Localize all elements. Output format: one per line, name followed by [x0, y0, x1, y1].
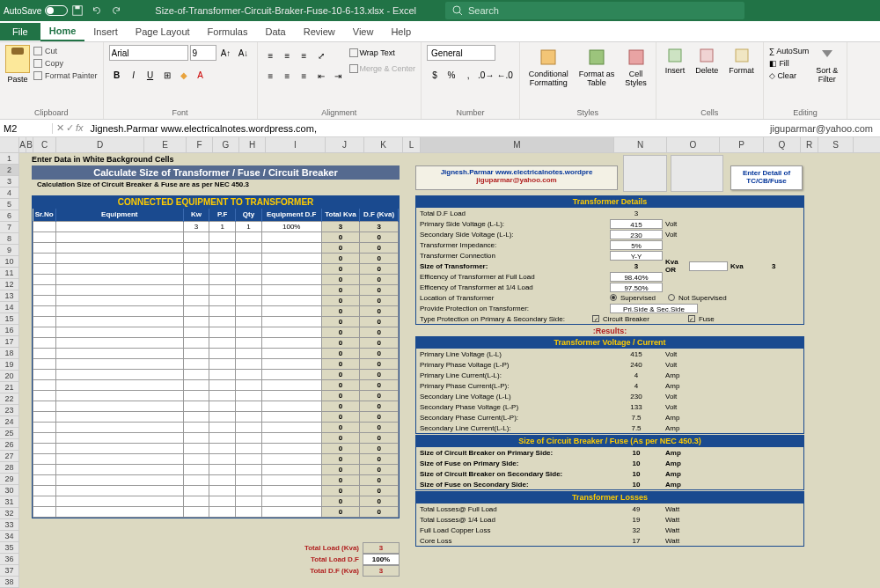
- table-cell[interactable]: [183, 316, 209, 327]
- table-cell[interactable]: [33, 506, 56, 517]
- table-cell[interactable]: [209, 506, 236, 517]
- table-cell[interactable]: [209, 232, 236, 242]
- table-cell[interactable]: [209, 369, 236, 379]
- table-cell[interactable]: [261, 305, 321, 316]
- table-cell[interactable]: [261, 401, 321, 411]
- table-cell[interactable]: [183, 390, 209, 401]
- table-cell[interactable]: [236, 253, 262, 263]
- table-cell[interactable]: [183, 379, 209, 390]
- table-cell[interactable]: [55, 295, 183, 305]
- table-cell[interactable]: [55, 253, 183, 263]
- table-cell[interactable]: [209, 379, 236, 390]
- enter-icon[interactable]: ✓: [66, 122, 74, 134]
- col-header[interactable]: N: [614, 137, 667, 152]
- comma-button[interactable]: ,: [460, 67, 476, 83]
- row-header[interactable]: 12: [0, 279, 19, 290]
- decrease-decimal-button[interactable]: ←.0: [495, 67, 513, 83]
- table-cell[interactable]: 100%: [261, 221, 321, 232]
- italic-button[interactable]: I: [126, 67, 142, 83]
- fuse-checkbox[interactable]: ✓: [688, 315, 695, 322]
- table-cell[interactable]: [33, 274, 56, 284]
- table-cell[interactable]: [55, 453, 183, 464]
- table-cell[interactable]: [183, 358, 209, 369]
- col-header[interactable]: P: [720, 137, 764, 152]
- row-header[interactable]: 32: [0, 508, 19, 519]
- table-cell[interactable]: [33, 284, 56, 295]
- row-header[interactable]: 26: [0, 439, 19, 451]
- border-button[interactable]: ⊞: [159, 67, 175, 83]
- table-cell[interactable]: [236, 422, 262, 432]
- table-cell[interactable]: [209, 474, 236, 485]
- merge-center-button[interactable]: Merge & Center: [349, 61, 416, 77]
- table-cell[interactable]: [236, 496, 262, 506]
- table-cell[interactable]: [183, 453, 209, 464]
- row-header[interactable]: 35: [0, 542, 19, 554]
- fx-icon[interactable]: fx: [76, 122, 84, 134]
- table-cell[interactable]: [209, 464, 236, 474]
- sort-filter-button[interactable]: Sort & Filter: [812, 45, 841, 85]
- row-header[interactable]: 9: [0, 245, 19, 256]
- table-cell[interactable]: [209, 327, 236, 337]
- enter-detail-button[interactable]: Enter Detail of TC/CB/Fuse: [730, 165, 803, 190]
- tab-view[interactable]: View: [344, 23, 383, 40]
- table-cell[interactable]: [261, 263, 321, 274]
- table-cell[interactable]: [209, 348, 236, 358]
- table-cell[interactable]: [55, 443, 183, 453]
- row-header[interactable]: 11: [0, 268, 19, 279]
- row-header[interactable]: 38: [0, 577, 19, 588]
- provide-val[interactable]: Pri.Side & Sec.Side: [610, 304, 698, 313]
- table-cell[interactable]: [33, 348, 56, 358]
- row-header[interactable]: 19: [0, 359, 19, 371]
- table-cell[interactable]: [183, 274, 209, 284]
- tab-help[interactable]: Help: [382, 23, 420, 40]
- table-cell[interactable]: [236, 305, 262, 316]
- col-header[interactable]: A: [19, 137, 26, 152]
- table-cell[interactable]: 3: [183, 221, 209, 232]
- row-header[interactable]: 7: [0, 222, 19, 233]
- table-cell[interactable]: [261, 485, 321, 496]
- table-cell[interactable]: [261, 453, 321, 464]
- table-cell[interactable]: [209, 284, 236, 295]
- undo-icon[interactable]: [91, 4, 103, 17]
- format-as-table-button[interactable]: Format as Table: [576, 45, 619, 89]
- table-cell[interactable]: [55, 348, 183, 358]
- table-cell[interactable]: [55, 369, 183, 379]
- table-cell[interactable]: [183, 443, 209, 453]
- font-size-select[interactable]: [190, 45, 216, 61]
- table-cell[interactable]: [209, 253, 236, 263]
- table-cell[interactable]: [236, 316, 262, 327]
- table-cell[interactable]: [33, 411, 56, 422]
- copy-button[interactable]: Copy: [33, 57, 98, 70]
- table-cell[interactable]: [55, 358, 183, 369]
- table-cell[interactable]: 1: [209, 221, 236, 232]
- row-header[interactable]: 5: [0, 199, 19, 210]
- table-cell[interactable]: [261, 316, 321, 327]
- table-cell[interactable]: [33, 316, 56, 327]
- table-cell[interactable]: [183, 432, 209, 443]
- table-cell[interactable]: [33, 453, 56, 464]
- table-cell[interactable]: [183, 348, 209, 358]
- table-cell[interactable]: [33, 263, 56, 274]
- table-cell[interactable]: [236, 379, 262, 390]
- table-cell[interactable]: [33, 422, 56, 432]
- table-cell[interactable]: 1: [236, 221, 262, 232]
- table-cell[interactable]: [33, 474, 56, 485]
- total-df-val[interactable]: 100%: [363, 554, 400, 565]
- table-cell[interactable]: [261, 369, 321, 379]
- table-cell[interactable]: [55, 422, 183, 432]
- table-cell[interactable]: [183, 337, 209, 348]
- table-cell[interactable]: [183, 253, 209, 263]
- table-cell[interactable]: [209, 485, 236, 496]
- table-cell[interactable]: [33, 242, 56, 253]
- bold-button[interactable]: B: [109, 67, 125, 83]
- select-all-corner[interactable]: [0, 137, 19, 152]
- table-cell[interactable]: [236, 263, 262, 274]
- autosum-button[interactable]: ∑ AutoSum: [769, 45, 809, 57]
- table-cell[interactable]: [33, 358, 56, 369]
- row-header[interactable]: 31: [0, 496, 19, 508]
- cb-checkbox[interactable]: ✓: [592, 315, 599, 322]
- table-cell[interactable]: [55, 274, 183, 284]
- table-cell[interactable]: [261, 506, 321, 517]
- table-cell[interactable]: [33, 485, 56, 496]
- row-header[interactable]: 30: [0, 485, 19, 496]
